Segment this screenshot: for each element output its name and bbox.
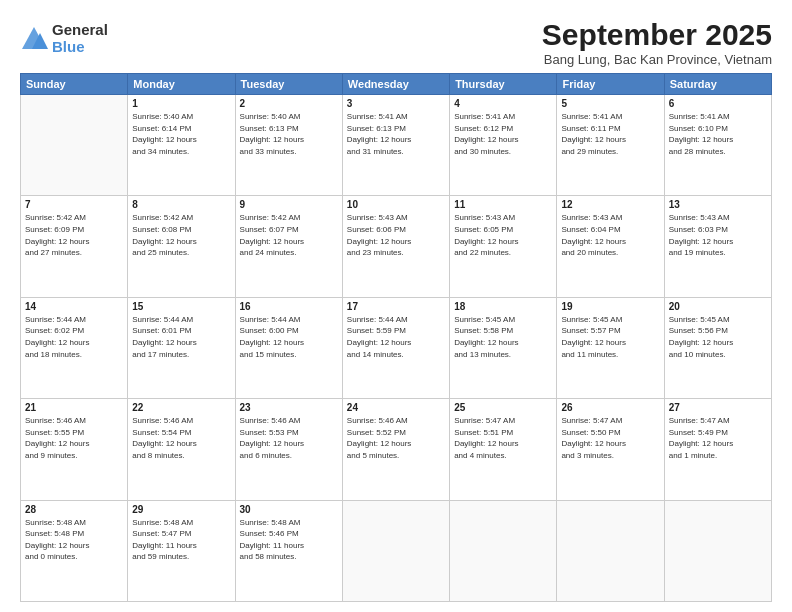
day-info: Sunrise: 5:44 AM Sunset: 6:00 PM Dayligh…	[240, 314, 338, 360]
day-info: Sunrise: 5:46 AM Sunset: 5:54 PM Dayligh…	[132, 415, 230, 461]
day-info: Sunrise: 5:41 AM Sunset: 6:13 PM Dayligh…	[347, 111, 445, 157]
day-info: Sunrise: 5:40 AM Sunset: 6:14 PM Dayligh…	[132, 111, 230, 157]
table-row: 7Sunrise: 5:42 AM Sunset: 6:09 PM Daylig…	[21, 196, 128, 297]
day-number: 2	[240, 98, 338, 109]
header-sunday: Sunday	[21, 74, 128, 95]
logo-blue-text: Blue	[52, 39, 108, 56]
day-number: 23	[240, 402, 338, 413]
table-row: 15Sunrise: 5:44 AM Sunset: 6:01 PM Dayli…	[128, 297, 235, 398]
table-row: 14Sunrise: 5:44 AM Sunset: 6:02 PM Dayli…	[21, 297, 128, 398]
day-number: 9	[240, 199, 338, 210]
day-number: 20	[669, 301, 767, 312]
day-number: 4	[454, 98, 552, 109]
day-info: Sunrise: 5:45 AM Sunset: 5:58 PM Dayligh…	[454, 314, 552, 360]
day-info: Sunrise: 5:42 AM Sunset: 6:09 PM Dayligh…	[25, 212, 123, 258]
day-info: Sunrise: 5:44 AM Sunset: 6:02 PM Dayligh…	[25, 314, 123, 360]
logo-icon	[20, 25, 48, 53]
day-info: Sunrise: 5:43 AM Sunset: 6:04 PM Dayligh…	[561, 212, 659, 258]
day-number: 27	[669, 402, 767, 413]
day-number: 7	[25, 199, 123, 210]
day-number: 5	[561, 98, 659, 109]
day-number: 24	[347, 402, 445, 413]
table-row: 27Sunrise: 5:47 AM Sunset: 5:49 PM Dayli…	[664, 399, 771, 500]
day-info: Sunrise: 5:42 AM Sunset: 6:07 PM Dayligh…	[240, 212, 338, 258]
day-number: 30	[240, 504, 338, 515]
day-number: 6	[669, 98, 767, 109]
calendar-subtitle: Bang Lung, Bac Kan Province, Vietnam	[542, 52, 772, 67]
table-row: 6Sunrise: 5:41 AM Sunset: 6:10 PM Daylig…	[664, 95, 771, 196]
day-number: 12	[561, 199, 659, 210]
day-number: 26	[561, 402, 659, 413]
day-info: Sunrise: 5:41 AM Sunset: 6:11 PM Dayligh…	[561, 111, 659, 157]
table-row	[342, 500, 449, 601]
day-number: 11	[454, 199, 552, 210]
table-row: 3Sunrise: 5:41 AM Sunset: 6:13 PM Daylig…	[342, 95, 449, 196]
day-number: 25	[454, 402, 552, 413]
table-row: 26Sunrise: 5:47 AM Sunset: 5:50 PM Dayli…	[557, 399, 664, 500]
day-info: Sunrise: 5:45 AM Sunset: 5:57 PM Dayligh…	[561, 314, 659, 360]
day-number: 18	[454, 301, 552, 312]
day-info: Sunrise: 5:45 AM Sunset: 5:56 PM Dayligh…	[669, 314, 767, 360]
table-row: 1Sunrise: 5:40 AM Sunset: 6:14 PM Daylig…	[128, 95, 235, 196]
day-info: Sunrise: 5:48 AM Sunset: 5:47 PM Dayligh…	[132, 517, 230, 563]
day-info: Sunrise: 5:43 AM Sunset: 6:06 PM Dayligh…	[347, 212, 445, 258]
header-monday: Monday	[128, 74, 235, 95]
header-thursday: Thursday	[450, 74, 557, 95]
table-row: 19Sunrise: 5:45 AM Sunset: 5:57 PM Dayli…	[557, 297, 664, 398]
table-row: 12Sunrise: 5:43 AM Sunset: 6:04 PM Dayli…	[557, 196, 664, 297]
day-number: 21	[25, 402, 123, 413]
table-row: 21Sunrise: 5:46 AM Sunset: 5:55 PM Dayli…	[21, 399, 128, 500]
day-number: 13	[669, 199, 767, 210]
day-info: Sunrise: 5:41 AM Sunset: 6:10 PM Dayligh…	[669, 111, 767, 157]
title-block: September 2025 Bang Lung, Bac Kan Provin…	[542, 18, 772, 67]
table-row: 23Sunrise: 5:46 AM Sunset: 5:53 PM Dayli…	[235, 399, 342, 500]
day-info: Sunrise: 5:44 AM Sunset: 6:01 PM Dayligh…	[132, 314, 230, 360]
day-info: Sunrise: 5:48 AM Sunset: 5:46 PM Dayligh…	[240, 517, 338, 563]
logo-general-text: General	[52, 22, 108, 39]
table-row: 9Sunrise: 5:42 AM Sunset: 6:07 PM Daylig…	[235, 196, 342, 297]
table-row: 16Sunrise: 5:44 AM Sunset: 6:00 PM Dayli…	[235, 297, 342, 398]
day-info: Sunrise: 5:46 AM Sunset: 5:55 PM Dayligh…	[25, 415, 123, 461]
table-row: 13Sunrise: 5:43 AM Sunset: 6:03 PM Dayli…	[664, 196, 771, 297]
day-info: Sunrise: 5:46 AM Sunset: 5:53 PM Dayligh…	[240, 415, 338, 461]
day-number: 14	[25, 301, 123, 312]
table-row: 25Sunrise: 5:47 AM Sunset: 5:51 PM Dayli…	[450, 399, 557, 500]
day-info: Sunrise: 5:41 AM Sunset: 6:12 PM Dayligh…	[454, 111, 552, 157]
table-row: 4Sunrise: 5:41 AM Sunset: 6:12 PM Daylig…	[450, 95, 557, 196]
header-tuesday: Tuesday	[235, 74, 342, 95]
table-row: 24Sunrise: 5:46 AM Sunset: 5:52 PM Dayli…	[342, 399, 449, 500]
table-row: 18Sunrise: 5:45 AM Sunset: 5:58 PM Dayli…	[450, 297, 557, 398]
day-number: 10	[347, 199, 445, 210]
day-number: 28	[25, 504, 123, 515]
table-row: 10Sunrise: 5:43 AM Sunset: 6:06 PM Dayli…	[342, 196, 449, 297]
day-number: 8	[132, 199, 230, 210]
day-info: Sunrise: 5:43 AM Sunset: 6:05 PM Dayligh…	[454, 212, 552, 258]
header-saturday: Saturday	[664, 74, 771, 95]
day-info: Sunrise: 5:44 AM Sunset: 5:59 PM Dayligh…	[347, 314, 445, 360]
day-number: 19	[561, 301, 659, 312]
day-info: Sunrise: 5:48 AM Sunset: 5:48 PM Dayligh…	[25, 517, 123, 563]
day-number: 29	[132, 504, 230, 515]
calendar-header-row: Sunday Monday Tuesday Wednesday Thursday…	[21, 74, 772, 95]
day-info: Sunrise: 5:40 AM Sunset: 6:13 PM Dayligh…	[240, 111, 338, 157]
calendar-table: Sunday Monday Tuesday Wednesday Thursday…	[20, 73, 772, 602]
table-row: 17Sunrise: 5:44 AM Sunset: 5:59 PM Dayli…	[342, 297, 449, 398]
calendar-title: September 2025	[542, 18, 772, 52]
table-row	[450, 500, 557, 601]
day-info: Sunrise: 5:47 AM Sunset: 5:50 PM Dayligh…	[561, 415, 659, 461]
page-header: General Blue September 2025 Bang Lung, B…	[20, 18, 772, 67]
day-info: Sunrise: 5:47 AM Sunset: 5:49 PM Dayligh…	[669, 415, 767, 461]
table-row: 8Sunrise: 5:42 AM Sunset: 6:08 PM Daylig…	[128, 196, 235, 297]
day-info: Sunrise: 5:43 AM Sunset: 6:03 PM Dayligh…	[669, 212, 767, 258]
day-number: 1	[132, 98, 230, 109]
day-info: Sunrise: 5:47 AM Sunset: 5:51 PM Dayligh…	[454, 415, 552, 461]
day-number: 17	[347, 301, 445, 312]
table-row	[557, 500, 664, 601]
table-row: 11Sunrise: 5:43 AM Sunset: 6:05 PM Dayli…	[450, 196, 557, 297]
table-row: 22Sunrise: 5:46 AM Sunset: 5:54 PM Dayli…	[128, 399, 235, 500]
table-row	[664, 500, 771, 601]
day-number: 15	[132, 301, 230, 312]
table-row: 30Sunrise: 5:48 AM Sunset: 5:46 PM Dayli…	[235, 500, 342, 601]
header-friday: Friday	[557, 74, 664, 95]
table-row: 20Sunrise: 5:45 AM Sunset: 5:56 PM Dayli…	[664, 297, 771, 398]
